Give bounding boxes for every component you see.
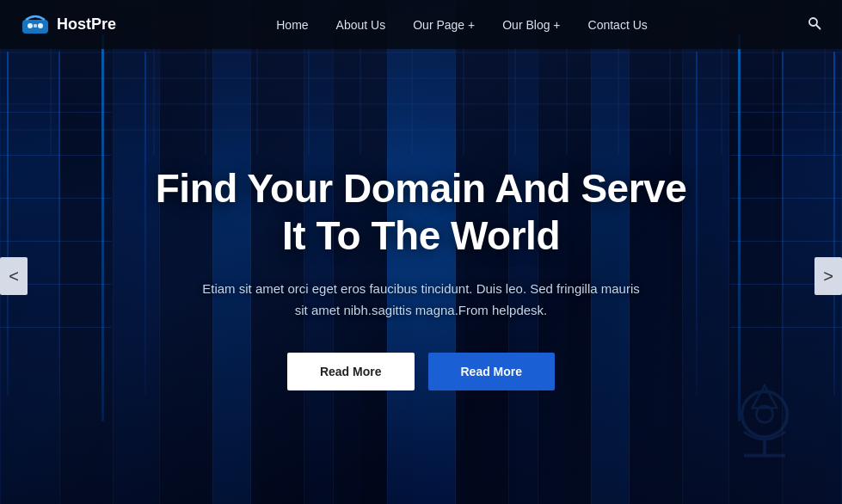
nav-item-contact[interactable]: Contact Us: [588, 17, 648, 33]
hero-subtitle: Etiam sit amet orci eget eros faucibus t…: [198, 278, 645, 322]
logo[interactable]: HostPre: [21, 13, 116, 37]
nav-link-about[interactable]: About Us: [336, 18, 386, 32]
nav-link-ourpage[interactable]: Our Page +: [413, 18, 475, 32]
svg-rect-8: [34, 24, 37, 28]
nav-links: Home About Us Our Page + Our Blog + Cont…: [276, 17, 648, 33]
carousel-arrow-right[interactable]: >: [814, 257, 842, 295]
nav-item-ourblog[interactable]: Our Blog +: [502, 17, 560, 33]
nav-link-ourblog[interactable]: Our Blog +: [502, 18, 560, 32]
search-icon[interactable]: [808, 16, 821, 34]
hero-title: Find Your Domain And Serve It To The Wor…: [156, 165, 686, 259]
nav-link-home[interactable]: Home: [276, 18, 308, 32]
nav-link-contact[interactable]: Contact Us: [588, 18, 648, 32]
brand-name: HostPre: [57, 15, 116, 34]
nav-item-ourpage[interactable]: Our Page +: [413, 17, 475, 33]
read-more-solid-button[interactable]: Read More: [428, 353, 556, 390]
hero-buttons: Read More Read More: [287, 353, 555, 390]
nav-item-home[interactable]: Home: [276, 17, 308, 33]
carousel-arrow-left[interactable]: <: [0, 257, 28, 295]
hero-content: Find Your Domain And Serve It To The Wor…: [0, 0, 842, 504]
logo-icon: [21, 13, 50, 37]
svg-line-10: [816, 25, 820, 29]
svg-point-6: [28, 23, 33, 28]
read-more-outline-button[interactable]: Read More: [287, 353, 415, 390]
navigation: HostPre Home About Us Our Page + Our Blo…: [0, 0, 842, 49]
svg-point-7: [38, 23, 43, 28]
hero-section: HostPre Home About Us Our Page + Our Blo…: [0, 0, 842, 504]
nav-item-about[interactable]: About Us: [336, 17, 386, 33]
